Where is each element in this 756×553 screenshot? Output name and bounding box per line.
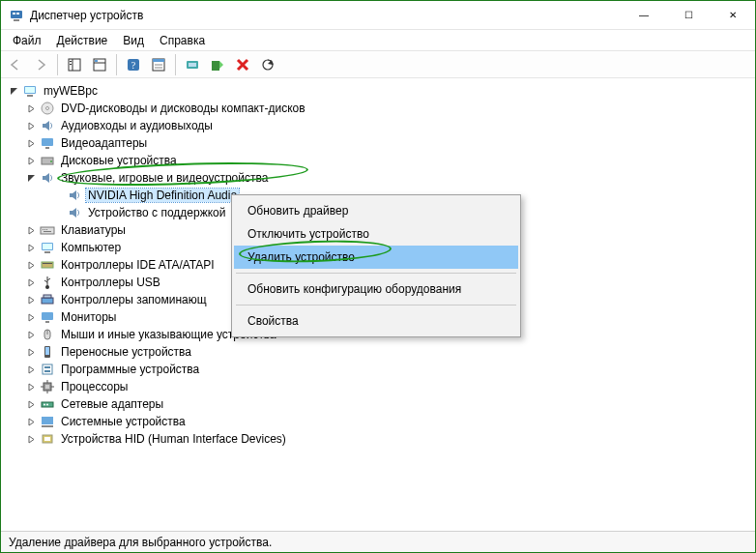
svg-rect-6 (70, 61, 72, 62)
tree-category-system[interactable]: Системные устройства (1, 413, 755, 430)
back-button[interactable] (4, 53, 27, 76)
drive-icon (40, 153, 55, 168)
mouse-icon (40, 327, 55, 342)
device-tree-pane[interactable]: myWEBpcDVD-дисководы и дисководы компакт… (1, 78, 755, 531)
expand-icon[interactable] (24, 276, 38, 289)
expand-icon[interactable] (24, 328, 38, 341)
collapse-icon[interactable] (24, 171, 38, 185)
expand-icon[interactable] (24, 293, 38, 306)
tree-category-audio-io[interactable]: Аудиовходы и аудиовыходы (1, 117, 755, 134)
speaker-icon (40, 118, 55, 133)
tree-root-node[interactable]: myWEBpc (1, 82, 755, 100)
svg-rect-50 (44, 366, 50, 368)
properties-sheet-button[interactable] (88, 53, 111, 76)
tree-category-software[interactable]: Программные устройства (1, 361, 755, 378)
expand-icon[interactable] (24, 136, 38, 150)
tree-item-label: NVIDIA High Definition Audio (86, 189, 239, 202)
tree-item-label: Программные устройства (59, 363, 201, 376)
tree-category-disks[interactable]: Дисковые устройства (1, 152, 755, 169)
svg-rect-33 (46, 229, 47, 230)
context-menu-properties[interactable]: Свойства (234, 309, 518, 333)
minimize-button[interactable]: — (622, 1, 666, 29)
svg-rect-32 (44, 229, 45, 230)
ide-icon (40, 257, 55, 273)
svg-rect-27 (45, 147, 49, 149)
expand-icon[interactable] (24, 119, 38, 132)
speaker-icon (40, 170, 55, 186)
tree-category-cpu[interactable]: Процессоры (1, 378, 755, 395)
tree-item-label: Компьютер (59, 241, 123, 254)
collapse-icon[interactable] (7, 84, 20, 98)
svg-rect-64 (44, 437, 50, 441)
app-icon (9, 8, 24, 23)
svg-rect-42 (44, 295, 51, 298)
svg-rect-2 (16, 13, 19, 15)
expand-icon[interactable] (24, 258, 38, 272)
expand-icon[interactable] (24, 397, 38, 411)
help-button[interactable]: ? (122, 53, 145, 76)
tree-category-portable[interactable]: Переносные устройства (1, 343, 755, 361)
expand-icon[interactable] (24, 363, 38, 376)
svg-point-40 (45, 285, 49, 289)
expand-icon[interactable] (24, 154, 38, 167)
expand-icon[interactable] (24, 380, 38, 393)
forward-button[interactable] (29, 53, 52, 76)
svg-rect-49 (43, 364, 52, 374)
monitor-icon (40, 309, 55, 325)
tree-item-label: DVD-дисководы и дисководы компакт-дисков (59, 102, 307, 115)
device-manager-window: Диспетчер устройств — ☐ ✕ Файл Действие … (1, 1, 755, 552)
storage-icon (40, 292, 55, 307)
statusbar-text: Удаление драйвера для выбранного устройс… (9, 536, 272, 549)
svg-rect-62 (42, 425, 53, 427)
usb-icon (40, 275, 55, 290)
close-button[interactable]: ✕ (711, 1, 755, 29)
update-driver-button[interactable] (181, 53, 204, 76)
expand-icon[interactable] (24, 223, 38, 237)
menu-file[interactable]: Файл (5, 32, 49, 49)
maximize-button[interactable]: ☐ (666, 1, 711, 29)
expand-icon[interactable] (24, 310, 38, 324)
tree-category-network[interactable]: Сетевые адаптеры (1, 395, 755, 413)
show-hide-console-tree-button[interactable] (63, 53, 86, 76)
tree-category-hid[interactable]: Устройства HID (Human Interface Devices) (1, 430, 755, 448)
uninstall-device-button[interactable] (231, 53, 254, 76)
expand-icon[interactable] (24, 241, 38, 254)
device-properties-button[interactable] (147, 53, 170, 76)
computer-icon (22, 83, 38, 99)
toolbar-separator (57, 54, 58, 75)
context-menu-update-driver[interactable]: Обновить драйвер (234, 199, 518, 222)
svg-rect-31 (43, 229, 44, 230)
menubar: Файл Действие Вид Справка (1, 30, 755, 51)
menu-help[interactable]: Справка (152, 32, 213, 49)
tree-item-label: Дисковые устройства (59, 154, 179, 167)
computer-icon (40, 240, 55, 255)
expand-icon[interactable] (24, 102, 38, 115)
svg-rect-53 (45, 385, 49, 389)
context-menu-disable-device[interactable]: Отключить устройство (234, 222, 518, 246)
system-icon (40, 414, 55, 429)
tree-category-video[interactable]: Видеоадаптеры (1, 134, 755, 152)
enable-device-button[interactable] (206, 53, 229, 76)
tree-category-sound[interactable]: Звуковые, игровые и видеоустройства (1, 169, 755, 187)
svg-rect-41 (42, 298, 53, 304)
tree-item-label: Процессоры (59, 380, 131, 393)
portable-icon (40, 344, 55, 360)
context-menu-separator (236, 273, 516, 274)
toolbar: ? (1, 51, 755, 78)
context-menu-scan-hardware[interactable]: Обновить конфигурацию оборудования (234, 277, 518, 301)
menu-view[interactable]: Вид (115, 32, 152, 49)
hid-icon (40, 431, 55, 447)
network-icon (40, 396, 55, 412)
svg-text:?: ? (131, 60, 136, 71)
titlebar: Диспетчер устройств — ☐ ✕ (1, 1, 755, 30)
expand-icon[interactable] (24, 345, 38, 359)
expand-icon[interactable] (24, 432, 38, 446)
context-menu-uninstall-device[interactable]: Удалить устройство (234, 246, 518, 269)
tree-category-dvd[interactable]: DVD-дисководы и дисководы компакт-дисков (1, 100, 755, 117)
window-title: Диспетчер устройств (30, 9, 622, 22)
menu-action[interactable]: Действие (49, 32, 116, 49)
scan-hardware-button[interactable] (256, 53, 279, 76)
expand-icon[interactable] (24, 415, 38, 428)
tree-item-label: Устройство с поддержкой (86, 206, 228, 219)
statusbar: Удаление драйвера для выбранного устройс… (1, 531, 755, 552)
